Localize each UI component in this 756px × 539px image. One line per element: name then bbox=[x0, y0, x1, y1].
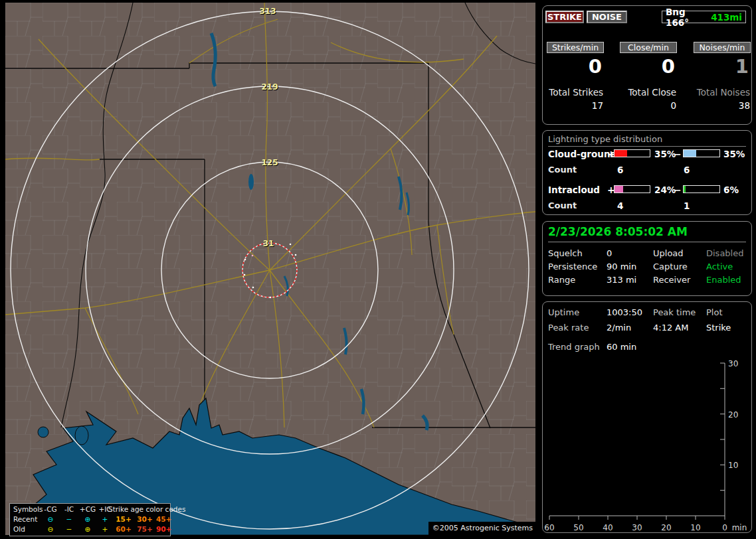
total-noises-label: Total Noises bbox=[687, 87, 750, 98]
total-strikes-label: Total Strikes bbox=[540, 87, 603, 98]
ring-label-31: 31 bbox=[263, 239, 274, 248]
minus-sign: − bbox=[674, 149, 682, 159]
y-tick-30: 30 bbox=[728, 359, 738, 368]
symbols-legend: Symbols -CG -IC +CG +IC Strike age color… bbox=[9, 503, 171, 536]
count-label: Count bbox=[548, 165, 577, 175]
total-noises-value: 38 bbox=[687, 100, 750, 111]
cg-pos-bar bbox=[614, 149, 650, 157]
persistence-label: Persistence bbox=[548, 262, 597, 271]
old-ic-neg-icon: − bbox=[60, 524, 78, 534]
recent-ic-pos-icon: + bbox=[98, 514, 112, 524]
total-close-value: 0 bbox=[613, 100, 676, 111]
trend-axes bbox=[549, 363, 725, 520]
uptime-value: 1003:50 bbox=[607, 307, 642, 317]
ring-label-219: 219 bbox=[261, 82, 278, 92]
bearing-readout: Bng 166° 413mi bbox=[662, 11, 746, 23]
legend-symbols-header: Symbols bbox=[13, 504, 43, 514]
noise-mode-button[interactable]: NOISE bbox=[587, 11, 627, 23]
plot-label: Plot bbox=[706, 307, 723, 317]
squelch-value: 0 bbox=[607, 248, 612, 258]
x-tick-50: 50 bbox=[573, 523, 583, 532]
legend-col-cg-pos: +CG bbox=[79, 504, 96, 514]
legend-row-recent-label: Recent bbox=[13, 514, 37, 524]
total-close-label: Total Close bbox=[613, 87, 676, 98]
uptime-label: Uptime bbox=[548, 307, 579, 317]
y-tick-10: 10 bbox=[728, 461, 738, 470]
close-per-min-button[interactable]: Close/min bbox=[620, 42, 677, 53]
trend-window-value: 60 min bbox=[607, 342, 636, 352]
strikes-per-min-value: 0 bbox=[547, 55, 602, 78]
upload-status: Disabled bbox=[706, 248, 743, 258]
recent-ic-neg-icon: − bbox=[60, 514, 78, 524]
receiver-label: Receiver bbox=[653, 275, 690, 285]
x-axis-unit: min bbox=[732, 523, 747, 532]
upload-label: Upload bbox=[653, 248, 684, 258]
old-ic-pos-icon: + bbox=[98, 524, 112, 534]
y-tick-20: 20 bbox=[728, 410, 738, 420]
age-15: 15+ bbox=[114, 514, 134, 524]
cg-neg-bar bbox=[683, 149, 720, 157]
strike-counters-panel: STRIKE NOISE Bng 166° 413mi Strikes/min … bbox=[542, 5, 752, 125]
trend-graph: 30 20 10 60 50 40 30 20 10 0 min bbox=[543, 358, 753, 533]
ic-neg-pct: 6% bbox=[723, 185, 739, 195]
lightning-distribution-panel: Lightning type distribution Cloud-ground… bbox=[542, 130, 752, 215]
datetime-display: 2/23/2026 8:05:02 AM bbox=[548, 225, 746, 242]
peak-time-label: Peak time bbox=[653, 307, 696, 317]
count-label: Count bbox=[548, 200, 577, 210]
ring-label-313: 313 bbox=[259, 7, 276, 16]
ic-neg-bar bbox=[683, 185, 720, 193]
trend-panel: Uptime 1003:50 Peak time Plot Peak rate … bbox=[542, 301, 752, 533]
age-75: 75+ bbox=[135, 524, 155, 534]
trend-graph-label: Trend graph bbox=[548, 342, 600, 352]
legend-row-old-label: Old bbox=[13, 524, 25, 534]
cg-neg-count: 6 bbox=[684, 165, 690, 175]
capture-label: Capture bbox=[653, 262, 688, 271]
cg-pos-pct: 35% bbox=[654, 149, 676, 159]
x-tick-20: 20 bbox=[661, 523, 671, 532]
peak-rate-label: Peak rate bbox=[548, 323, 589, 333]
noises-per-min-button[interactable]: Noises/min bbox=[694, 42, 751, 53]
strikes-per-min-button[interactable]: Strikes/min bbox=[547, 42, 604, 53]
legend-col-cg-neg: -CG bbox=[42, 504, 59, 514]
ic-neg-count: 1 bbox=[684, 200, 690, 211]
receiver-status: Enabled bbox=[706, 275, 741, 285]
x-tick-10: 10 bbox=[690, 523, 700, 532]
age-90: 90+ bbox=[156, 524, 169, 534]
bearing-label: Bng 166° bbox=[666, 7, 711, 28]
ring-label-125: 125 bbox=[261, 158, 278, 167]
legend-age-title: Strike age color codes bbox=[108, 504, 169, 514]
recent-cg-pos-icon: ⊕ bbox=[79, 514, 96, 524]
x-tick-60: 60 bbox=[544, 523, 554, 532]
age-60: 60+ bbox=[114, 524, 134, 534]
noises-per-min-value: 1 bbox=[695, 55, 749, 78]
range-label: Range bbox=[548, 275, 575, 285]
bearing-distance: 413mi bbox=[711, 12, 742, 23]
strike-mode-button[interactable]: STRIKE bbox=[545, 11, 584, 23]
cg-pos-count: 6 bbox=[617, 165, 623, 175]
age-30: 30+ bbox=[135, 514, 155, 524]
cloud-ground-label: Cloud-ground bbox=[548, 149, 616, 159]
peak-time-value: 4:12 AM bbox=[653, 323, 688, 333]
legend-col-ic-neg: -IC bbox=[60, 504, 78, 514]
cg-neg-pct: 35% bbox=[723, 149, 745, 159]
persistence-value: 90 min bbox=[607, 262, 636, 271]
recent-cg-neg-icon: ⊖ bbox=[42, 514, 59, 524]
squelch-label: Squelch bbox=[548, 248, 583, 258]
intracloud-label: Intracloud bbox=[548, 185, 600, 195]
age-45: 45+ bbox=[156, 514, 169, 524]
status-panel: 2/23/2026 8:05:02 AM Squelch 0 Upload Di… bbox=[542, 221, 752, 296]
minus-sign: − bbox=[674, 185, 682, 195]
close-per-min-value: 0 bbox=[620, 55, 675, 78]
map-display[interactable]: 313 219 125 31 Symbols -CG -IC +CG +IC S… bbox=[5, 3, 535, 535]
old-cg-pos-icon: ⊕ bbox=[79, 524, 96, 534]
x-tick-0: 0 bbox=[722, 523, 727, 532]
total-strikes-value: 17 bbox=[540, 100, 603, 111]
copyright-text: ©2005 Astrogenic Systems bbox=[428, 522, 535, 535]
distribution-title: Lightning type distribution bbox=[548, 134, 746, 147]
range-value: 313 mi bbox=[607, 275, 636, 285]
ic-pos-bar bbox=[614, 185, 650, 193]
x-tick-40: 40 bbox=[603, 523, 613, 532]
ic-pos-count: 4 bbox=[617, 200, 623, 211]
plot-mode-value: Strike bbox=[706, 323, 731, 333]
capture-status: Active bbox=[706, 262, 733, 271]
